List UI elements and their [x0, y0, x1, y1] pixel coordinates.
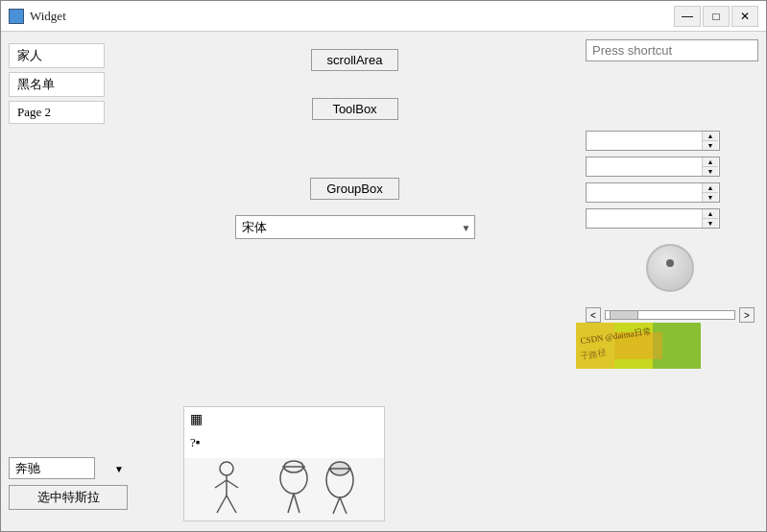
slider-right-button[interactable]: > — [739, 307, 755, 323]
svg-line-9 — [288, 494, 294, 513]
svg-line-10 — [294, 494, 300, 513]
list-item-0[interactable]: 家人 — [9, 43, 105, 68]
spin-float: 0.00 ▲ ▼ — [586, 157, 720, 177]
spin-float-input[interactable]: 0.00 — [587, 157, 702, 176]
minimize-button[interactable]: — — [674, 6, 701, 27]
font-combo[interactable]: 宋体 黑体 楷体 Arial — [235, 215, 475, 239]
spin-time-up-button[interactable]: ▲ — [703, 183, 718, 193]
svg-line-4 — [217, 496, 227, 513]
spin-int-down-button[interactable]: ▼ — [703, 141, 718, 150]
maximize-button[interactable]: □ — [703, 6, 730, 27]
svg-point-0 — [220, 462, 233, 475]
car-select-wrapper: 奔驰 宝马 奥迪 ▼ — [9, 457, 128, 479]
left-panel: 家人 黑名单 Page 2 奔驰 宝马 奥迪 ▼ 选中特斯拉 — [1, 32, 135, 531]
groupbox-button[interactable]: GroupBox — [310, 178, 399, 200]
svg-rect-17 — [576, 323, 614, 369]
window-title: Widget — [30, 9, 674, 24]
spin-int-buttons: ▲ ▼ — [702, 132, 718, 150]
list-item-1[interactable]: 黑名单 — [9, 72, 105, 97]
select-tesla-button[interactable]: 选中特斯拉 — [9, 485, 128, 510]
svg-line-15 — [340, 497, 347, 514]
thumbnail-box: ▦ ?▪ — [183, 406, 385, 521]
watermark-svg: CSDN @daima日常 子路径 — [576, 323, 701, 369]
slider-row: < > — [586, 307, 755, 323]
spin-float-down-button[interactable]: ▼ — [703, 167, 718, 176]
car-combo-arrow-icon: ▼ — [114, 463, 124, 473]
svg-line-3 — [227, 480, 238, 488]
toolbox-button[interactable]: ToolBox — [312, 98, 398, 120]
slider-thumb[interactable] — [610, 310, 638, 320]
sketch-area — [184, 458, 384, 520]
svg-line-2 — [215, 480, 227, 488]
main-content: 家人 黑名单 Page 2 奔驰 宝马 奥迪 ▼ 选中特斯拉 scrollAre… — [1, 32, 766, 531]
title-bar: Widget — □ ✕ — [1, 1, 766, 32]
main-window: Widget — □ ✕ 家人 黑名单 Page 2 奔驰 宝马 奥迪 ▼ — [0, 0, 767, 532]
thumbnail-icon-2: ?▪ — [190, 435, 200, 450]
window-icon — [9, 9, 24, 24]
spin-time-buttons: ▲ ▼ — [702, 183, 718, 202]
watermark-image: CSDN @daima日常 子路径 — [576, 323, 701, 369]
spin-date-up-button[interactable]: ▲ — [703, 209, 718, 219]
spin-int-input[interactable]: 0 — [587, 132, 702, 150]
spin-float-buttons: ▲ ▼ — [702, 157, 718, 176]
dial-widget[interactable] — [646, 244, 694, 292]
thumbnail-toolbar: ▦ — [184, 407, 384, 431]
spin-date-input[interactable]: 2000/1/1 — [587, 209, 702, 228]
spin-date-buttons: ▲ ▼ — [702, 209, 718, 228]
spin-time-input[interactable]: 0:00 — [587, 183, 702, 202]
shortcut-input[interactable] — [586, 39, 758, 61]
window-controls: — □ ✕ — [674, 6, 758, 27]
spin-float-up-button[interactable]: ▲ — [703, 157, 718, 167]
svg-line-14 — [333, 497, 340, 514]
spin-time: 0:00 ▲ ▼ — [586, 182, 720, 203]
spin-time-down-button[interactable]: ▼ — [703, 193, 718, 202]
scroll-area-button[interactable]: scrollArea — [311, 49, 399, 71]
spin-int-up-button[interactable]: ▲ — [703, 132, 718, 141]
sketch-figures — [198, 459, 371, 517]
spin-date-down-button[interactable]: ▼ — [703, 219, 718, 228]
thumbnail-icon-1: ▦ — [190, 411, 203, 427]
spin-int: 0 ▲ ▼ — [586, 131, 720, 151]
right-panel: 0 ▲ ▼ 0.00 ▲ ▼ 0:00 ▲ ▼ — [574, 32, 766, 531]
close-button[interactable]: ✕ — [731, 6, 758, 27]
font-combo-wrapper: 宋体 黑体 楷体 Arial ▼ — [235, 215, 475, 239]
car-combo[interactable]: 奔驰 宝马 奥迪 — [9, 457, 95, 479]
slider-track[interactable] — [605, 310, 735, 320]
middle-panel: scrollArea ToolBox GroupBox 宋体 黑体 楷体 Ari… — [135, 32, 574, 531]
dial-area — [586, 244, 755, 292]
dial-knob — [666, 259, 674, 267]
spin-date: 2000/1/1 ▲ ▼ — [586, 208, 720, 229]
thumbnail-toolbar-2: ?▪ — [184, 431, 384, 454]
svg-line-5 — [227, 496, 236, 513]
list-item-2[interactable]: Page 2 — [9, 101, 105, 124]
slider-left-button[interactable]: < — [586, 307, 601, 323]
